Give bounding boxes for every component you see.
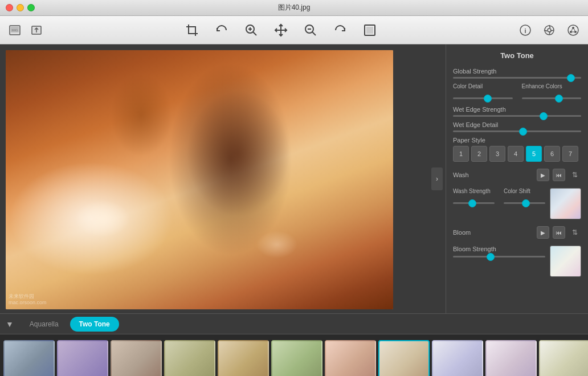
wash-play-btn[interactable]: ▶ — [537, 169, 549, 181]
svg-text:IMG: IMG — [11, 28, 18, 32]
bloom-expand-btn[interactable]: ⇅ — [569, 226, 581, 239]
filmstrip-item-style05[interactable]: Style 05 — [111, 340, 162, 377]
titlebar: 图片40.jpg — [0, 0, 588, 16]
maximize-button[interactable] — [27, 4, 35, 11]
bloom-sliders: Bloom Strength — [453, 246, 545, 258]
filmstrip: Style 03 Style 04 Style 05 Style 06 Styl… — [0, 334, 588, 376]
paper-btn-2[interactable]: 2 — [471, 146, 487, 162]
rotate-icon[interactable] — [213, 21, 231, 39]
color-detail-col: Color Detail — [453, 83, 513, 101]
move-icon[interactable] — [272, 21, 290, 39]
watermark: 未来软件园 mac.orsoon.com — [9, 293, 47, 306]
window-title: 图片40.jpg — [278, 3, 311, 13]
color-shift-slider[interactable] — [504, 202, 545, 204]
panel-title: Two Tone — [453, 50, 581, 63]
paper-btn-5[interactable]: 5 — [526, 146, 542, 162]
filmstrip-item-style13[interactable]: Style 13 — [539, 340, 588, 377]
window-controls — [6, 4, 35, 11]
filmstrip-item-style04[interactable]: Style 04 — [57, 340, 108, 377]
global-strength-section: Global Strength — [453, 68, 581, 79]
svg-point-21 — [572, 27, 574, 29]
svg-line-12 — [312, 32, 316, 35]
wash-strength-col: Wash Strength — [453, 188, 495, 206]
bloom-strength-label: Bloom Strength — [453, 246, 545, 252]
settings-icon[interactable] — [540, 21, 558, 39]
svg-rect-15 — [366, 27, 373, 34]
svg-line-24 — [571, 28, 573, 31]
paper-btn-3[interactable]: 3 — [489, 146, 505, 162]
wet-edge-detail-section: Wet Edge Detail — [453, 121, 581, 132]
filmstrip-item-style06[interactable]: Style 06 — [164, 340, 215, 377]
svg-point-18 — [548, 28, 551, 32]
wash-controls: ▶ ⏮ ⇅ — [537, 169, 581, 181]
wet-edge-detail-slider[interactable] — [453, 130, 581, 132]
paper-style-section: Paper Style 1 2 3 4 5 6 7 — [453, 137, 581, 162]
bottom-tabs: ▼ Aquarella Two Tone — [0, 313, 588, 334]
toolbar-center — [56, 21, 506, 39]
filmstrip-item-style12[interactable]: Style 12 — [485, 340, 537, 377]
share-icon[interactable] — [564, 21, 582, 39]
crop-icon[interactable] — [183, 21, 201, 39]
wash-thumbnail — [550, 188, 581, 219]
tab-aquarella[interactable]: Aquarella — [21, 317, 68, 332]
color-detail-slider[interactable] — [453, 97, 513, 99]
bloom-strength-slider[interactable] — [453, 256, 545, 258]
bloom-step-btn[interactable]: ⏮ — [553, 226, 565, 239]
bloom-row: Bloom ▶ ⏮ ⇅ — [453, 224, 581, 241]
paper-btn-4[interactable]: 4 — [508, 146, 524, 162]
wash-strength-slider[interactable] — [453, 202, 495, 204]
filmstrip-item-style07[interactable]: Style 07 — [218, 340, 269, 377]
filmstrip-item-style10[interactable]: Style 10 — [378, 340, 430, 377]
wash-step-btn[interactable]: ⏮ — [553, 169, 565, 181]
bloom-effect-row: Bloom Strength — [453, 246, 581, 277]
paper-style-buttons: 1 2 3 4 5 6 7 — [453, 146, 581, 162]
zoom-out-icon[interactable] — [301, 21, 320, 39]
enhance-colors-slider[interactable] — [522, 97, 582, 99]
paper-btn-6[interactable]: 6 — [544, 146, 560, 162]
filmstrip-item-style08[interactable]: Style 08 — [271, 340, 322, 377]
bloom-play-btn[interactable]: ▶ — [537, 226, 549, 239]
redo-icon[interactable] — [331, 21, 349, 39]
chevron-down-icon[interactable]: ▼ — [6, 320, 14, 329]
wash-expand-btn[interactable]: ⇅ — [569, 169, 581, 181]
toolbar-left: IMG — [6, 21, 46, 39]
wash-row: Wash ▶ ⏮ ⇅ — [453, 166, 581, 183]
image-icon[interactable]: IMG — [6, 21, 24, 39]
toolbar: IMG — [0, 16, 588, 44]
close-button[interactable] — [6, 4, 13, 11]
wet-edge-strength-slider[interactable] — [453, 115, 581, 117]
dual-sliders-row: Color Detail Enhance Colors — [453, 83, 581, 101]
info-icon[interactable]: i — [516, 21, 534, 39]
bloom-controls: ▶ ⏮ ⇅ — [537, 226, 581, 239]
toolbar-right: i — [516, 21, 582, 39]
wash-effect-row: Wash Strength Color Shift — [453, 188, 581, 219]
filmstrip-item-style03[interactable]: Style 03 — [3, 340, 55, 377]
canvas-image: 未来软件园 mac.orsoon.com — [6, 50, 393, 309]
tab-two-tone[interactable]: Two Tone — [70, 317, 119, 332]
sidebar-toggle[interactable]: › — [431, 167, 443, 190]
color-shift-col: Color Shift — [504, 188, 545, 206]
wet-edge-strength-section: Wet Edge Strength — [453, 106, 581, 117]
color-shift-label: Color Shift — [504, 188, 545, 194]
canvas-area: 未来软件园 mac.orsoon.com › — [0, 44, 446, 313]
filmstrip-item-style11[interactable]: Style 11 — [432, 340, 483, 377]
wash-sliders: Wash Strength Color Shift — [453, 188, 545, 206]
minimize-button[interactable] — [17, 4, 24, 11]
export-icon[interactable] — [361, 21, 379, 39]
zoom-in-icon[interactable] — [242, 21, 260, 39]
enhance-colors-label: Enhance Colors — [522, 83, 582, 89]
filmstrip-item-style09[interactable]: Style 09 — [325, 340, 376, 377]
svg-point-20 — [568, 25, 578, 35]
main-area: 未来软件园 mac.orsoon.com › Two Tone Global S… — [0, 44, 588, 313]
paper-btn-1[interactable]: 1 — [453, 146, 469, 162]
wash-dual-row: Wash Strength Color Shift — [453, 188, 545, 206]
import-icon[interactable] — [27, 21, 46, 39]
global-strength-slider[interactable] — [453, 77, 581, 79]
svg-line-6 — [253, 32, 256, 35]
svg-line-25 — [574, 28, 575, 31]
enhance-colors-col: Enhance Colors — [522, 83, 582, 101]
svg-text:i: i — [524, 27, 526, 34]
paper-btn-7[interactable]: 7 — [562, 146, 578, 162]
bloom-thumbnail — [550, 246, 581, 277]
paper-style-label: Paper Style — [453, 137, 581, 144]
